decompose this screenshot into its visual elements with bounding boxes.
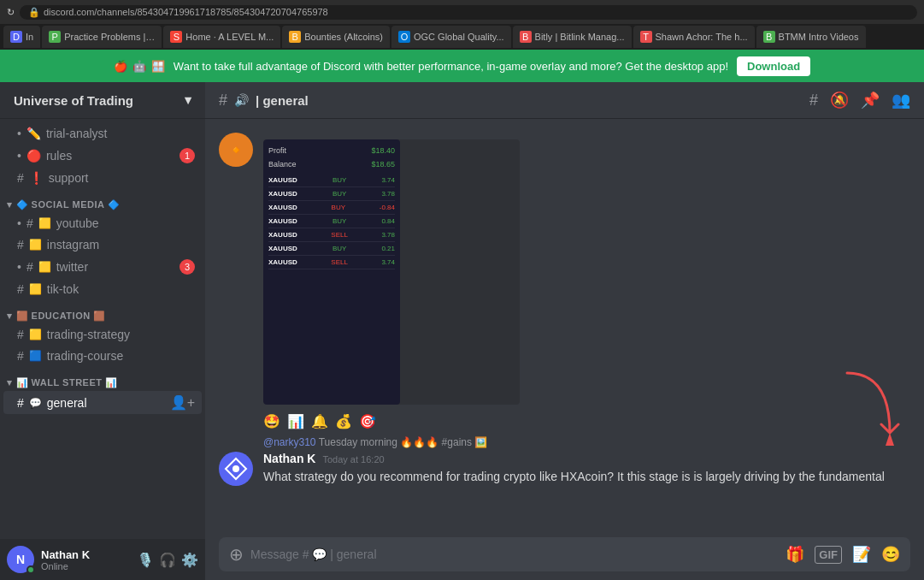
reaction-bar: 🤩 📊 🔔 💰 🎯 <box>263 410 910 433</box>
message-body-nathank: Nathan K Today at 16:20 What strategy do… <box>263 452 910 486</box>
hash-icon-tiktok: # <box>17 282 24 296</box>
tab-ogc[interactable]: O OGC Global Quality... <box>391 26 511 48</box>
reaction-emoji-1[interactable]: 🤩 <box>263 413 280 429</box>
tab-favicon-shawn: T <box>640 31 652 43</box>
message-group-trading: 🔸 Profit $18.40 Balance $1 <box>219 133 910 433</box>
channel-item-twitter[interactable]: • # 🟨 twitter 3 <box>3 256 202 278</box>
education-label: 🟫 EDUCATION 🟫 <box>16 311 106 322</box>
tab-favicon-bitly: B <box>520 31 532 43</box>
reaction-emoji-3[interactable]: 🔔 <box>311 413 328 429</box>
channel-item-tiktok[interactable]: # 🟨 tik-tok <box>3 279 202 299</box>
emoji-icon[interactable]: 😊 <box>881 545 900 564</box>
tab-label-discord: In <box>26 32 33 42</box>
emoji-instagram: 🟨 <box>29 239 42 251</box>
tab-favicon-ogc: O <box>398 31 410 43</box>
message-avatar-trading: 🔸 <box>219 133 253 167</box>
sticker-icon[interactable]: 📝 <box>852 545 871 564</box>
windows-icon: 🪟 <box>151 60 165 73</box>
message-group-nathank: Nathan K Today at 16:20 What strategy do… <box>219 452 910 486</box>
balance-value: $18.65 <box>371 160 395 169</box>
wall-street-header: ▾ 📊 WALL STREET 📊 <box>0 374 205 390</box>
message-avatar-nathank <box>219 452 253 486</box>
members-icon[interactable]: 👥 <box>892 91 910 109</box>
channel-icon-rules: 🔴 <box>26 149 41 163</box>
tab-label-home: Home · A LEVEL M... <box>185 32 274 42</box>
channel-item-trading-course[interactable]: # 🟦 trading-course <box>3 346 202 366</box>
trading-row-7: XAUUSD SELL 3.74 <box>268 256 395 269</box>
tab-bitly[interactable]: B Bitly | Bitlink Manag... <box>513 26 632 48</box>
reload-icon[interactable]: ↻ <box>7 7 15 18</box>
settings-icon[interactable]: ⚙️ <box>181 552 198 568</box>
channel-label-rules: rules <box>46 149 72 163</box>
hash-icon-general: # <box>17 396 24 410</box>
server-header[interactable]: Universe of Trading ▾ <box>0 82 205 119</box>
balance-label: Balance <box>268 160 297 169</box>
url-bar[interactable]: 🔒 discord.com/channels/85430471996171878… <box>20 5 917 20</box>
trading-screenshot: Profit $18.40 Balance $18.65 XAUUSD BUY <box>263 139 400 405</box>
status-dot <box>26 565 35 574</box>
channel-label-trial-analyst: trial-analyst <box>46 127 108 140</box>
trading-row-5: XAUUSD SELL 3.78 <box>268 228 395 242</box>
tab-discord[interactable]: D In <box>3 26 40 48</box>
main-layout: Universe of Trading ▾ • ✏️ trial-analyst… <box>0 82 924 580</box>
tab-shawn[interactable]: T Shawn Achor: The h... <box>633 26 755 48</box>
profit-label: Profit <box>268 146 286 155</box>
reaction-emoji-4[interactable]: 💰 <box>335 413 352 429</box>
apple-icon: 🍎 <box>114 60 127 73</box>
channel-content: # 🔊 | general # 🔕 📌 👥 🔸 <box>205 82 924 580</box>
channel-item-general[interactable]: # 💬 general 👤+ <box>3 391 202 414</box>
server-name: Universe of Trading <box>14 93 133 108</box>
tab-btmm[interactable]: B BTMM Intro Videos <box>756 26 866 48</box>
channel-item-trading-strategy[interactable]: # 🟨 trading-strategy <box>3 324 202 345</box>
emoji-twitter: 🟨 <box>38 261 51 273</box>
wall-street-section: ▾ 📊 WALL STREET 📊 # 💬 general 👤+ <box>0 370 205 418</box>
browser-bar: ↻ 🔒 discord.com/channels/854304719961718… <box>0 0 924 24</box>
avatar-diamond-icon <box>219 452 253 486</box>
channel-label-support: support <box>49 171 89 185</box>
tab-favicon-btmm: B <box>763 31 775 43</box>
reaction-emoji-2[interactable]: 📊 <box>287 413 304 429</box>
profit-value: $18.40 <box>371 146 395 155</box>
channel-item-rules[interactable]: • 🔴 rules 1 <box>3 145 202 167</box>
channel-label-youtube: youtube <box>56 216 99 230</box>
message-input-area: ⊕ 🎁 GIF 📝 😊 <box>205 529 924 580</box>
emoji-youtube: 🟨 <box>38 217 51 229</box>
emoji-course: 🟦 <box>29 350 42 362</box>
message-input-box: ⊕ 🎁 GIF 📝 😊 <box>219 537 910 571</box>
trading-row-4: XAUUSD BUY 0.84 <box>268 215 395 228</box>
channel-item-trial-analyst[interactable]: • ✏️ trial-analyst <box>3 123 202 144</box>
mute-icon[interactable]: 🎙️ <box>137 552 154 568</box>
tab-bounties[interactable]: B Bounties (Altcoins) <box>282 26 390 48</box>
pin-icon[interactable]: 📌 <box>861 91 880 109</box>
mute-channel-icon[interactable]: 🔕 <box>830 91 849 109</box>
message-input[interactable] <box>250 547 779 561</box>
channel-label-strategy: trading-strategy <box>47 328 130 341</box>
sidebar: Universe of Trading ▾ • ✏️ trial-analyst… <box>0 82 205 580</box>
headphone-icon[interactable]: 🎧 <box>159 552 176 568</box>
trading-row-2: XAUUSD BUY 3.78 <box>268 187 395 201</box>
social-media-section: ▾ 🔷 SOCIAL MEDIA 🔷 • # 🟨 youtube # 🟨 ins… <box>0 192 205 304</box>
avatar: N <box>7 546 34 573</box>
trading-row-1: XAUUSD BUY 3.74 <box>268 174 395 187</box>
tab-home[interactable]: S Home · A LEVEL M... <box>163 26 280 48</box>
channel-item-youtube[interactable]: • # 🟨 youtube <box>3 213 202 234</box>
notif-text: Tuesday morning 🔥🔥🔥 #gains 🖼️ <box>319 436 488 448</box>
add-attachment-icon[interactable]: ⊕ <box>229 544 244 565</box>
reaction-emoji-5[interactable]: 🎯 <box>359 413 376 429</box>
balance-header: Balance $18.65 <box>268 160 395 169</box>
tab-label-practice: Practice Problems |… <box>64 32 155 42</box>
gif-icon[interactable]: GIF <box>815 546 842 564</box>
download-button[interactable]: Download <box>737 56 810 76</box>
social-media-label: 🔷 SOCIAL MEDIA 🔷 <box>16 199 121 210</box>
add-member-icon[interactable]: 👤+ <box>170 394 195 411</box>
channel-item-instagram[interactable]: # 🟨 instagram <box>3 234 202 255</box>
tab-practice[interactable]: P Practice Problems |… <box>42 26 162 48</box>
channel-icon-pencil: ✏️ <box>26 127 41 140</box>
threads-icon[interactable]: # <box>809 92 818 109</box>
social-media-header: ▾ 🔷 SOCIAL MEDIA 🔷 <box>0 196 205 212</box>
message-time-nathank: Today at 16:20 <box>322 454 384 465</box>
channel-item-support[interactable]: # ❗ support <box>3 168 202 188</box>
user-status-label: Online <box>41 561 130 571</box>
gift-icon[interactable]: 🎁 <box>786 545 804 564</box>
bullet-icon-rules: • <box>17 149 21 163</box>
